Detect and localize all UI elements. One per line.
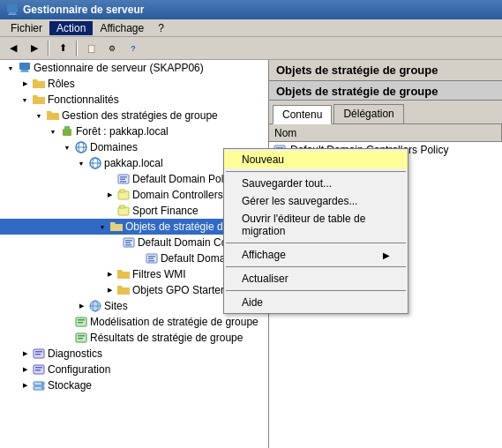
folder-gpo-mgmt-icon <box>46 108 60 123</box>
tree-label-pakkap: pakkap.local <box>104 157 163 169</box>
expander-gpo-dc <box>108 235 122 250</box>
svg-rect-47 <box>35 354 41 355</box>
expander-domains[interactable] <box>60 140 74 154</box>
domains-icon <box>74 140 88 154</box>
svg-rect-27 <box>125 240 132 242</box>
expander-gpo-starter[interactable] <box>102 283 116 297</box>
col-header-name[interactable]: Nom <box>269 124 502 141</box>
svg-rect-31 <box>148 256 155 258</box>
expander-sport <box>102 204 116 218</box>
expander-dc[interactable] <box>102 188 116 202</box>
svg-marker-34 <box>117 270 130 279</box>
menu-fichier[interactable]: Fichier <box>4 21 49 35</box>
tree-label-domains: Domaines <box>90 141 138 153</box>
computer-icon <box>18 61 32 75</box>
copy-button[interactable]: 📋 <box>81 40 101 57</box>
ctx-affichage[interactable]: Affichage ▶ <box>224 246 408 264</box>
app-icon <box>5 3 19 17</box>
svg-rect-5 <box>20 71 29 72</box>
folder-starter-icon <box>116 283 131 297</box>
ou-dc-icon <box>116 188 131 202</box>
modeling-icon <box>74 315 88 329</box>
svg-marker-35 <box>117 286 130 295</box>
ctx-sauvegarder-tout[interactable]: Sauvegarder tout... <box>224 175 408 192</box>
expander-pakkap[interactable] <box>74 156 88 170</box>
forward-button[interactable]: ▶ <box>25 40 44 57</box>
svg-marker-25 <box>110 222 123 231</box>
ctx-aide[interactable]: Aide <box>224 294 408 311</box>
tree-label-forest: Forêt : pakkap.local <box>76 125 169 138</box>
ctx-gerer-sauvegardes[interactable]: Gérer les sauvegardes... <box>224 192 408 210</box>
tabs-container: Contenu Délégation <box>269 101 502 124</box>
expander-forest[interactable] <box>46 124 60 138</box>
tree-item-features[interactable]: Fonctionnalités <box>0 92 268 108</box>
tree-item-config[interactable]: Configuration <box>0 362 268 377</box>
folder-wmi-icon <box>116 267 131 281</box>
svg-rect-20 <box>120 181 126 183</box>
svg-marker-6 <box>33 79 45 88</box>
ctx-nouveau[interactable]: Nouveau <box>224 151 408 168</box>
svg-rect-46 <box>35 351 42 353</box>
expander-ddp <box>102 172 116 186</box>
toolbar-separator-2 <box>76 41 78 56</box>
tree-label-ddp: Default Domain Policy <box>132 173 236 185</box>
tree-item-results[interactable]: Résultats de stratégie de groupe <box>0 330 268 346</box>
tree-label-storage: Stockage <box>48 379 92 392</box>
menu-bar: Fichier Action Affichage ? <box>0 19 502 37</box>
tree-item-storage[interactable]: Stockage <box>0 377 268 393</box>
context-menu: Nouveau Sauvegarder tout... Gérer les sa… <box>223 148 408 314</box>
svg-rect-29 <box>125 244 131 246</box>
toolbar-separator-1 <box>48 41 49 56</box>
menu-affichage[interactable]: Affichage <box>93 21 151 35</box>
properties-button[interactable]: ⚙ <box>102 40 122 57</box>
help-button[interactable]: ? <box>124 40 143 57</box>
tree-label-diagnostics: Diagnostics <box>48 347 102 360</box>
svg-rect-4 <box>21 70 28 71</box>
expander-wmi[interactable] <box>102 267 116 281</box>
tree-item-diagnostics[interactable]: Diagnostics <box>0 346 268 362</box>
expander-features[interactable] <box>18 93 32 107</box>
svg-rect-50 <box>35 370 41 371</box>
ctx-actualiser[interactable]: Actualiser <box>224 270 408 287</box>
right-header: Objets de stratégie de groupe <box>269 60 502 81</box>
svg-rect-9 <box>63 129 71 136</box>
svg-rect-24 <box>120 205 124 208</box>
tab-contenu[interactable]: Contenu <box>273 105 332 124</box>
tree-label-sites: Sites <box>104 300 128 312</box>
tree-label-wmi: Filtres WMI <box>132 268 186 280</box>
expander-diagnostics[interactable] <box>18 347 32 361</box>
tree-label-dc: Domain Controllers <box>132 189 223 201</box>
back-button[interactable]: ◀ <box>4 40 23 57</box>
tree-label-roles: Rôles <box>48 78 75 90</box>
tree-item-forest[interactable]: Forêt : pakkap.local <box>0 123 268 139</box>
expander-gpo-mgmt[interactable] <box>32 108 46 123</box>
tree-label-root: Gestionnaire de serveur (SKAPP06) <box>34 62 204 74</box>
tree-item-root[interactable]: Gestionnaire de serveur (SKAPP06) <box>0 60 268 76</box>
menu-help[interactable]: ? <box>151 21 171 35</box>
tree-item-modeling[interactable]: Modélisation de stratégie de groupe <box>0 314 268 330</box>
svg-marker-7 <box>33 95 45 104</box>
expander-roles[interactable] <box>18 77 32 91</box>
svg-rect-18 <box>120 176 127 178</box>
ctx-ouvrir-editeur[interactable]: Ouvrir l'éditeur de table de migration <box>224 210 408 240</box>
expander-gpo-objects[interactable] <box>95 220 109 234</box>
up-button[interactable]: ⬆ <box>53 40 72 57</box>
ctx-sep-1 <box>226 171 406 172</box>
folder-features-icon <box>32 93 46 107</box>
expander-results <box>60 331 74 345</box>
expander-root[interactable] <box>4 61 18 75</box>
svg-rect-22 <box>120 190 124 192</box>
tree-item-gpo-mgmt[interactable]: Gestion des stratégies de groupe <box>0 108 268 123</box>
expander-config[interactable] <box>18 362 32 377</box>
svg-rect-40 <box>78 319 85 321</box>
expander-storage[interactable] <box>18 378 32 392</box>
svg-point-53 <box>41 383 43 385</box>
gpo-list-header: Nom <box>269 124 502 142</box>
svg-rect-3 <box>19 63 30 70</box>
tab-delegation[interactable]: Délégation <box>333 104 403 123</box>
menu-action[interactable]: Action <box>49 21 93 35</box>
expander-sites[interactable] <box>74 299 88 313</box>
ctx-sep-3 <box>226 266 406 267</box>
tree-item-roles[interactable]: Rôles <box>0 76 268 92</box>
ctx-sep-4 <box>226 290 406 291</box>
